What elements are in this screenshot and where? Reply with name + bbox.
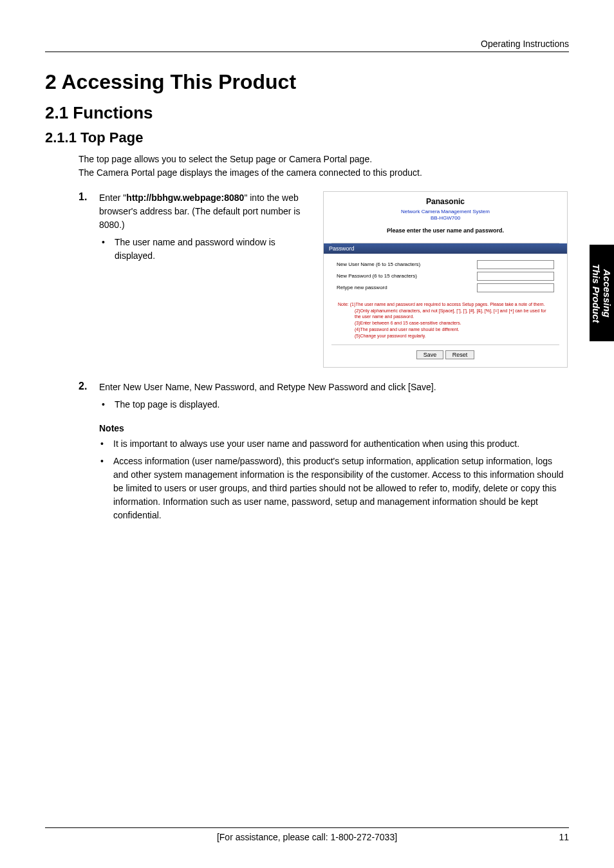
step-number: 2. [79, 381, 99, 411]
save-button[interactable]: Save [416, 350, 444, 359]
password-dialog-screenshot: Panasonic Network Camera Management Syst… [323, 191, 568, 368]
field-row: New User Name (6 to 15 characters) [337, 260, 554, 269]
step-number: 1. [79, 191, 99, 263]
new-username-input[interactable] [477, 260, 554, 269]
page-number: 11 [559, 832, 569, 842]
footer-assist: [For assistance, please call: 1-800-272-… [217, 832, 397, 842]
step1-before: Enter " [99, 193, 126, 203]
note-item: Access information (user name/password),… [99, 455, 569, 522]
shot-prompt: Please enter the user name and password. [324, 227, 567, 234]
step1-sub: The user name and password window is dis… [99, 236, 310, 263]
step-item: 1. Enter "http://bbhgw.webpage:8080" int… [79, 191, 310, 263]
step-item: 2. Enter New User Name, New Password, an… [79, 381, 569, 411]
shot-brand: Panasonic [324, 197, 567, 206]
field-row: Retype new password [337, 283, 554, 292]
new-password-label: New Password (6 to 15 characters) [337, 273, 417, 279]
section-title: 2.1 Functions [45, 103, 569, 123]
reset-button[interactable]: Reset [445, 350, 475, 359]
shot-password-bar: Password [324, 243, 567, 254]
shot-notes: Note: (1)The user name and password are … [324, 299, 567, 344]
intro-text: The top page allows you to select the Se… [79, 153, 569, 180]
tab-line1: Accessing [602, 269, 613, 317]
step1-url: http://bbhgw.webpage:8080 [126, 193, 244, 203]
retype-password-label: Retype new password [337, 285, 387, 290]
step2-sub: The top page is displayed. [99, 398, 569, 411]
step2-text: Enter New User Name, New Password, and R… [99, 382, 436, 392]
tab-line2: This Product [591, 263, 602, 323]
thumb-tab: Accessing This Product [590, 245, 614, 341]
notes-heading: Notes [99, 423, 569, 433]
field-row: New Password (6 to 15 characters) [337, 272, 554, 281]
chapter-title: 2 Accessing This Product [45, 70, 569, 94]
subsection-title: 2.1.1 Top Page [45, 129, 569, 146]
new-password-input[interactable] [477, 272, 554, 281]
header-rule [45, 52, 569, 52]
footer-rule [45, 827, 569, 828]
running-header: Operating Instructions [45, 39, 569, 49]
note-item: It is important to always use your user … [99, 437, 569, 451]
shot-product-link: Network Camera Management SystemBB-HGW70… [324, 209, 567, 222]
retype-password-input[interactable] [477, 283, 554, 292]
new-username-label: New User Name (6 to 15 characters) [337, 261, 420, 267]
